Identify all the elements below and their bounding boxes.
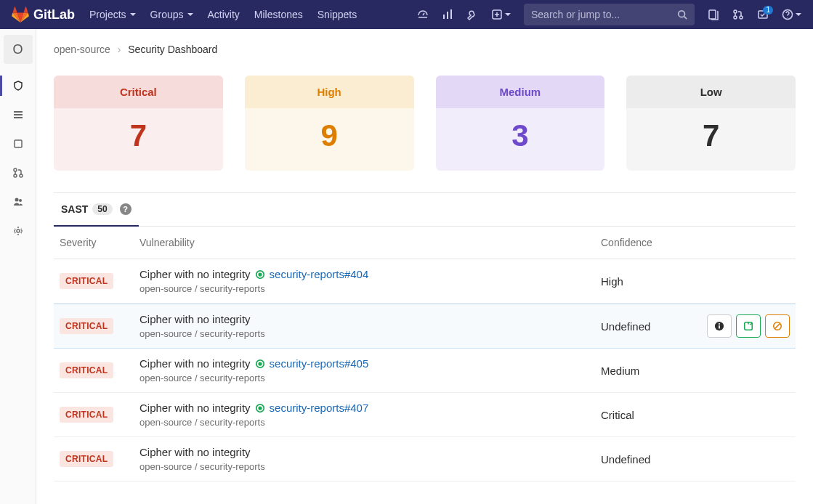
vulnerability-title: Cipher with no integrity (139, 313, 601, 325)
confidence-value: Medium (601, 365, 688, 377)
card-high[interactable]: High 9 (245, 76, 414, 171)
sidebar-item-settings[interactable] (0, 216, 36, 245)
nav-groups[interactable]: Groups (150, 9, 193, 20)
card-medium-count: 3 (436, 118, 605, 153)
chevron-down-icon (187, 13, 193, 16)
dismiss-button[interactable] (765, 314, 790, 338)
search-icon (677, 9, 687, 20)
brand-logo[interactable]: GitLab (12, 6, 75, 23)
vulnerability-path: open-source / security-reports (139, 283, 601, 294)
svg-rect-14 (15, 140, 22, 147)
svg-point-22 (259, 273, 262, 276)
vulnerability-title: Cipher with no integritysecurity-reports… (139, 402, 601, 414)
help-icon[interactable]: ? (120, 203, 132, 215)
chart-icon[interactable] (442, 9, 453, 20)
nav-projects[interactable]: Projects (89, 9, 136, 20)
table-header: Severity Vulnerability Confidence (54, 227, 796, 259)
tab-sast-label: SAST (61, 203, 88, 215)
svg-rect-13 (14, 117, 23, 118)
svg-rect-24 (719, 325, 720, 328)
confidence-value: Critical (601, 409, 688, 421)
user-nav-icons: 1 (708, 9, 801, 20)
left-sidebar: O (0, 29, 36, 504)
nav-tool-icons (417, 9, 511, 20)
vulnerability-path: open-source / security-reports (139, 417, 601, 428)
nav-projects-label: Projects (89, 9, 126, 20)
card-critical-count: 7 (54, 118, 223, 153)
vulnerability-path: open-source / security-reports (139, 373, 601, 383)
project-avatar[interactable]: O (4, 35, 33, 64)
create-issue-button[interactable] (736, 314, 761, 338)
issues-icon[interactable] (708, 9, 719, 20)
issue-link[interactable]: security-reports#407 (270, 402, 369, 414)
card-critical[interactable]: Critical 7 (54, 76, 223, 171)
vulnerability-title: Cipher with no integritysecurity-reports… (139, 357, 601, 370)
nav-milestones[interactable]: Milestones (254, 9, 303, 20)
vulnerability-path: open-source / security-reports (139, 328, 601, 339)
vulnerabilities-table: Severity Vulnerability Confidence CRITIC… (54, 227, 796, 481)
gitlab-logo-icon (12, 6, 29, 23)
svg-rect-1 (447, 12, 448, 19)
plus-icon[interactable] (491, 9, 511, 20)
chevron-down-icon (796, 13, 801, 16)
todos-icon[interactable]: 1 (757, 9, 769, 20)
table-row[interactable]: CRITICALCipher with no integritysecurity… (54, 393, 796, 437)
svg-point-19 (19, 199, 22, 202)
sidebar-item-security[interactable] (0, 71, 36, 100)
svg-rect-12 (14, 114, 23, 115)
card-low[interactable]: Low 7 (626, 76, 796, 171)
summary-cards: Critical 7 High 9 Medium 3 Low 7 (54, 76, 796, 171)
vulnerability-title: Cipher with no integritysecurity-reports… (139, 268, 601, 280)
svg-point-7 (734, 16, 737, 19)
issue-icon (255, 403, 265, 413)
report-tabs: SAST 50 ? (54, 193, 796, 227)
card-high-label: High (245, 76, 414, 108)
sidebar-item-packages[interactable] (0, 129, 36, 158)
svg-point-8 (740, 16, 743, 19)
table-row[interactable]: CRITICALCipher with no integrityopen-sou… (54, 437, 796, 481)
wrench-icon[interactable] (466, 9, 478, 20)
breadcrumb-current: Security Dashboard (128, 44, 217, 55)
dashboard-icon[interactable] (417, 9, 429, 20)
svg-rect-5 (709, 10, 716, 19)
col-vulnerability: Vulnerability (139, 237, 601, 248)
svg-point-4 (679, 11, 685, 17)
card-medium-label: Medium (436, 76, 605, 108)
sidebar-item-members[interactable] (0, 187, 36, 216)
svg-rect-2 (450, 9, 452, 19)
help-icon[interactable] (782, 9, 801, 20)
table-row[interactable]: CRITICALCipher with no integrityopen-sou… (54, 304, 796, 349)
col-confidence: Confidence (601, 237, 790, 248)
nav-snippets[interactable]: Snippets (317, 9, 357, 20)
breadcrumb-group[interactable]: open-source (54, 44, 110, 55)
table-row[interactable]: CRITICALCipher with no integritysecurity… (54, 349, 796, 393)
svg-point-31 (259, 407, 262, 410)
merge-requests-icon[interactable] (732, 9, 744, 20)
more-info-button[interactable] (707, 314, 732, 338)
breadcrumb: open-source › Security Dashboard (54, 44, 796, 55)
tab-sast[interactable]: SAST 50 ? (54, 193, 139, 227)
issue-link[interactable]: security-reports#404 (270, 268, 369, 280)
sidebar-item-merge-requests[interactable] (0, 158, 36, 187)
table-row[interactable]: CRITICALCipher with no integritysecurity… (54, 259, 796, 304)
chevron-down-icon (505, 13, 511, 16)
sidebar-item-list[interactable] (0, 100, 36, 129)
search-input[interactable] (531, 9, 677, 20)
severity-badge: CRITICAL (60, 407, 113, 423)
vulnerability-title: Cipher with no integrity (139, 446, 601, 458)
card-medium[interactable]: Medium 3 (436, 76, 605, 171)
svg-point-25 (719, 323, 720, 325)
svg-point-6 (734, 10, 737, 13)
svg-rect-11 (14, 111, 23, 113)
svg-point-20 (17, 229, 20, 232)
breadcrumb-separator: › (118, 44, 121, 55)
issue-icon (255, 359, 265, 369)
severity-badge: CRITICAL (60, 451, 113, 467)
confidence-value: Undefined (601, 453, 688, 466)
global-search[interactable] (524, 4, 695, 25)
nav-activity[interactable]: Activity (208, 9, 240, 20)
top-navbar: GitLab Projects Groups Activity Mileston… (0, 0, 813, 29)
issue-icon (255, 269, 265, 280)
col-severity: Severity (60, 237, 139, 248)
issue-link[interactable]: security-reports#405 (270, 357, 369, 370)
